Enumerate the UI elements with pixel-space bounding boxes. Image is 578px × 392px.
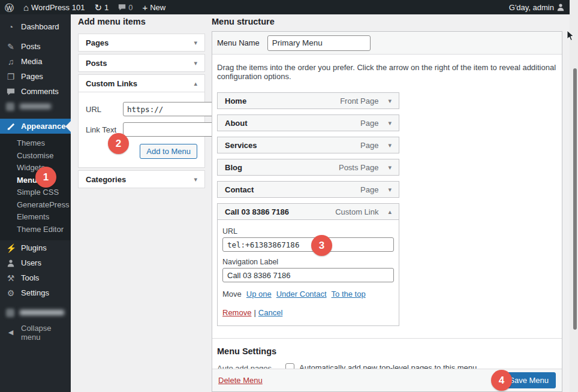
site-menu[interactable]: ⌂ WordPress 101: [19, 0, 89, 14]
submenu-item-elements[interactable]: Elements: [0, 211, 71, 224]
sidebar-item-comments[interactable]: Comments: [0, 84, 71, 99]
collapse-arrow-icon: ◀: [6, 329, 16, 336]
annotation-step-1: 1: [35, 167, 56, 188]
submenu-item-theme-editor[interactable]: Theme Editor: [0, 224, 71, 236]
remove-link[interactable]: Remove: [222, 308, 251, 317]
collapse-menu-button[interactable]: ◀ Collapse menu: [0, 325, 71, 340]
accordion-custom-links[interactable]: Custom Links ▴: [79, 75, 204, 92]
chevron-up-icon[interactable]: ▴: [388, 208, 392, 216]
chevron-up-icon: ▴: [194, 80, 197, 88]
paintbrush-icon: [6, 122, 16, 131]
wordpress-logo-icon[interactable]: Ⓦ: [0, 0, 19, 14]
sidebar-item-settings[interactable]: ⚙ Settings: [0, 285, 71, 300]
chevron-down-icon[interactable]: ▾: [388, 119, 392, 127]
sidebar-item-media[interactable]: ♫ Media: [0, 54, 71, 69]
site-name: WordPress 101: [31, 3, 85, 12]
scrollbar-thumb[interactable]: [573, 68, 577, 330]
sidebar-item-dashboard[interactable]: ◔ Dashboard: [0, 19, 71, 34]
chevron-down-icon: ▾: [194, 39, 197, 47]
home-icon: ⌂: [23, 3, 29, 12]
account-menu[interactable]: G'day, admin: [504, 0, 570, 14]
menu-item-contact[interactable]: Contact Page ▾: [217, 181, 399, 198]
menu-name-row: Menu Name: [212, 32, 562, 55]
menu-item-call-settings: URL Navigation Label MoveUp oneUnder Con…: [217, 220, 399, 326]
menu-item-services[interactable]: Services Page ▾: [217, 137, 399, 153]
navigation-label-input[interactable]: [222, 268, 394, 282]
menu-name-label: Menu Name: [217, 38, 260, 47]
chevron-down-icon: ▾: [194, 59, 197, 67]
accordion-categories[interactable]: Categories ▾: [79, 171, 204, 188]
annotation-step-3: 3: [311, 235, 332, 256]
blurred-icon: [6, 102, 14, 111]
comment-bubble-icon: [6, 88, 16, 96]
updates-icon: ↻: [94, 3, 102, 12]
comments-count: 0: [128, 3, 133, 12]
item-url-input[interactable]: [222, 237, 394, 252]
user-icon: [6, 259, 16, 267]
menu-item-home[interactable]: Home Front Page ▾: [217, 92, 399, 109]
accordion-posts[interactable]: Posts ▾: [79, 55, 204, 71]
sidebar-item-blurred-plugin[interactable]: [0, 99, 71, 114]
updates-button[interactable]: ↻ 1: [89, 0, 113, 14]
menu-item-blog[interactable]: Blog Posts Page ▾: [217, 159, 399, 176]
delete-menu-link[interactable]: Delete Menu: [218, 376, 263, 385]
submenu-item-generatepress[interactable]: GeneratePress: [0, 199, 71, 212]
user-avatar-icon: [556, 3, 565, 11]
move-to-top-link[interactable]: To the top: [332, 290, 366, 298]
sidebar-item-appearance[interactable]: Appearance: [0, 119, 71, 134]
tools-icon: ⚒: [6, 274, 16, 282]
sidebar-item-users[interactable]: Users: [0, 255, 71, 270]
accordion-pages[interactable]: Pages ▾: [79, 34, 204, 51]
menu-editor-panel: Menu Name Drag the items into the order …: [212, 31, 562, 392]
comments-button[interactable]: 0: [113, 0, 137, 14]
pin-icon: ✎: [6, 43, 16, 51]
menu-name-input[interactable]: [267, 35, 371, 51]
admin-sidebar: ◔ Dashboard ✎ Posts ♫ Media ❐ Pages Comm…: [0, 14, 71, 392]
item-url-label: URL: [222, 227, 394, 236]
menu-item-call[interactable]: Call 03 8386 7186 Custom Link ▴: [217, 203, 399, 220]
blurred-icon: [6, 309, 14, 317]
new-content-button[interactable]: + New: [137, 0, 170, 14]
chevron-down-icon[interactable]: ▾: [388, 97, 392, 105]
annotation-step-2: 2: [108, 133, 129, 154]
appearance-submenu: Themes Customise Widgets Menus Simple CS…: [0, 134, 71, 240]
move-up-one-link[interactable]: Up one: [246, 290, 272, 298]
chevron-down-icon[interactable]: ▾: [388, 186, 392, 194]
sidebar-item-plugins[interactable]: ⚡ Plugins: [0, 240, 71, 255]
add-to-menu-button[interactable]: Add to Menu: [140, 144, 197, 159]
sidebar-item-pages[interactable]: ❐ Pages: [0, 69, 71, 84]
settings-icon: ⚙: [6, 289, 16, 297]
custom-links-form: URL Link Text Add to Menu: [79, 92, 204, 167]
move-under-contact-link[interactable]: Under Contact: [276, 290, 327, 298]
divider: [212, 338, 562, 339]
dashboard-icon: ◔: [6, 23, 16, 31]
plus-icon: +: [142, 3, 147, 12]
sidebar-item-posts[interactable]: ✎ Posts: [0, 39, 71, 54]
greeting-text: G'day, admin: [509, 3, 554, 12]
chevron-down-icon[interactable]: ▾: [388, 164, 392, 171]
sidebar-item-tools[interactable]: ⚒ Tools: [0, 270, 71, 285]
chevron-down-icon: ▾: [194, 176, 197, 183]
admin-bar: Ⓦ ⌂ WordPress 101 ↻ 1 0 + New G'day, adm…: [0, 0, 570, 14]
pages-icon: ❐: [6, 73, 16, 81]
cancel-link[interactable]: Cancel: [258, 308, 282, 317]
submenu-item-customise[interactable]: Customise: [0, 150, 71, 162]
comment-bubble-icon: [118, 4, 126, 11]
menu-structure-title: Menu structure: [212, 17, 275, 26]
updates-count: 1: [104, 3, 109, 12]
navigation-label-label: Navigation Label: [222, 258, 394, 266]
submenu-item-simple-css[interactable]: Simple CSS: [0, 186, 71, 199]
move-label: Move: [222, 290, 242, 298]
menu-settings-title: Menu Settings: [217, 346, 557, 356]
chevron-down-icon[interactable]: ▾: [388, 141, 392, 149]
url-label: URL: [86, 105, 123, 114]
add-menu-items-panel: Pages ▾ Posts ▾ Custom Links ▴ URL Link: [78, 34, 205, 191]
media-icon: ♫: [6, 58, 16, 66]
submenu-item-themes[interactable]: Themes: [0, 137, 71, 150]
menu-item-about[interactable]: About Page ▾: [217, 114, 399, 131]
plugin-icon: ⚡: [6, 244, 16, 252]
submenu-item-widgets[interactable]: Widgets: [0, 162, 71, 174]
sidebar-item-blurred-bottom[interactable]: [0, 305, 71, 320]
add-menu-items-title: Add menu items: [78, 17, 146, 26]
annotation-step-4: 4: [491, 370, 512, 391]
